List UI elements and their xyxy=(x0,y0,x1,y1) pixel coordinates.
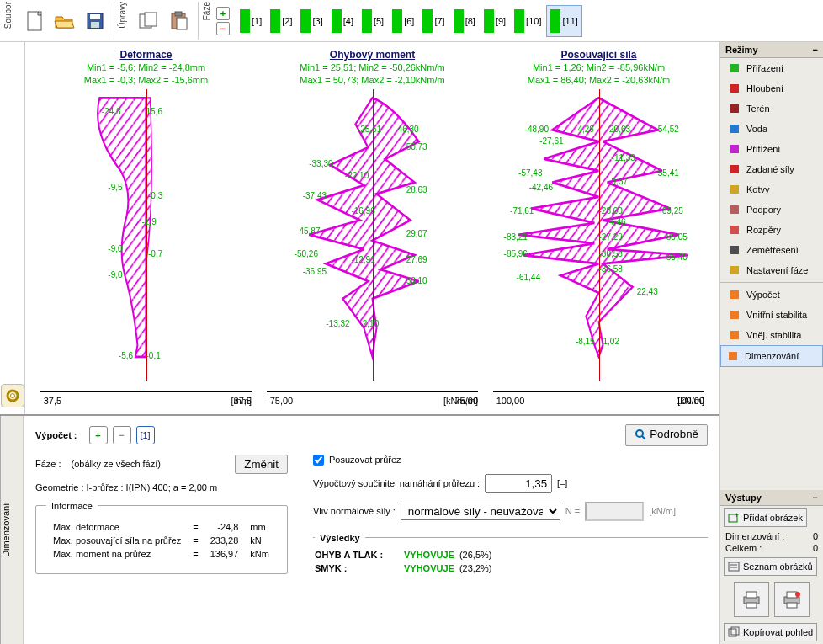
faze-label: Fáze : xyxy=(35,459,61,469)
view-settings-button[interactable] xyxy=(1,384,24,407)
chart-annotation: -30,58 xyxy=(599,249,623,258)
change-phase-button[interactable]: Změnit xyxy=(235,455,288,474)
svg-rect-35 xyxy=(746,603,757,608)
mode-item-zadanesily[interactable]: Zadané síly xyxy=(720,159,823,179)
assess-checkbox-input[interactable] xyxy=(313,455,324,466)
phase-tab-1[interactable]: [1] xyxy=(236,6,265,36)
mode-item-kotvy[interactable]: Kotvy xyxy=(720,179,823,200)
chart-annotation: -85,96 xyxy=(504,249,528,258)
calc-remove-button[interactable]: − xyxy=(113,426,131,444)
save-file-button[interactable] xyxy=(82,6,109,36)
chart-annotation: 55,41 xyxy=(658,168,679,178)
toolbar-section-phase: Fáze xyxy=(199,0,215,41)
phase-tab-6[interactable]: [6] xyxy=(389,6,417,36)
top-toolbar: Soubor Úpravy Fáze + − [1][2][3][4][5][6… xyxy=(0,0,823,42)
vnitrni-icon xyxy=(728,308,741,322)
mode-item-dimenzovani[interactable]: Dimenzování xyxy=(720,345,823,367)
panel-tab-dimenzovani[interactable]: Dimenzování xyxy=(0,416,19,644)
phase-add-button[interactable]: + xyxy=(216,7,230,20)
image-list-button[interactable]: Seznam obrázků xyxy=(724,557,817,576)
svg-point-11 xyxy=(636,430,643,437)
mode-item-vnitrni[interactable]: Vnitřní stabilita xyxy=(720,305,823,325)
chart-annotation: -37,43 xyxy=(303,191,327,200)
print-button[interactable] xyxy=(734,582,769,617)
mode-item-rozpery[interactable]: Rozpěry xyxy=(720,220,823,240)
phase-tab-2[interactable]: [2] xyxy=(267,6,295,36)
mode-item-zemetreseni[interactable]: Zemětřesení xyxy=(720,240,823,260)
modes-list2: VýpočetVnitřní stabilitaVněj. stabilitaD… xyxy=(720,285,823,367)
mode-item-pritizeni[interactable]: Přitížení xyxy=(720,139,823,159)
svg-rect-23 xyxy=(730,266,739,274)
phase-tab-5[interactable]: [5] xyxy=(358,6,387,36)
mode-item-teren[interactable]: Terén xyxy=(720,98,823,119)
mode-item-prirazeni[interactable]: Přiřazení xyxy=(720,58,823,78)
copy-view-button[interactable]: Kopírovat pohled xyxy=(724,623,817,641)
plot-moment-title: Ohybový moment xyxy=(267,49,478,61)
svg-point-9 xyxy=(8,391,18,401)
detail-button[interactable]: Podrobně xyxy=(625,424,708,446)
open-file-button[interactable] xyxy=(51,6,78,36)
chart-annotation: 46,30 xyxy=(398,125,419,134)
normal-label: Vliv normálové síly : xyxy=(313,506,396,516)
mode-item-vypocet[interactable]: Výpočet xyxy=(720,285,823,305)
mode-item-vnejsi[interactable]: Vněj. stabilita xyxy=(720,325,823,345)
nastaveni-icon xyxy=(728,263,741,277)
svg-rect-38 xyxy=(787,603,797,608)
phase-tab-9[interactable]: [9] xyxy=(481,6,509,36)
svg-rect-34 xyxy=(746,592,757,598)
chart-annotation: -28,00 xyxy=(599,206,623,216)
svg-rect-15 xyxy=(730,104,739,113)
chart-annotation: -27,61 xyxy=(539,136,563,146)
assess-checkbox[interactable]: Posuzovat průřez xyxy=(313,455,708,466)
chart-annotation: -48,90 xyxy=(525,125,549,134)
chart-annotation: 9,37 xyxy=(612,177,628,186)
mode-item-nastaveni[interactable]: Nastavení fáze xyxy=(720,260,823,280)
toolbar-section-file: Soubor xyxy=(0,0,16,41)
mode-item-hloubeni[interactable]: Hloubení xyxy=(720,78,823,98)
calc-add-button[interactable]: + xyxy=(89,426,108,444)
res1-name: OHYB A TLAK : xyxy=(315,550,399,560)
chart-annotation: -27,29 xyxy=(599,232,623,242)
modes-collapse-button[interactable]: − xyxy=(813,45,818,55)
res2-name: SMYK : xyxy=(315,563,399,573)
outputs-collapse-button[interactable]: − xyxy=(813,492,818,503)
phase-tab-4[interactable]: [4] xyxy=(328,6,357,36)
plot-shear: Posouvající síla Min1 = 1,26; Min2 = -85… xyxy=(493,49,704,411)
modes-panel-header: Režimy − xyxy=(720,42,823,58)
svg-rect-0 xyxy=(28,12,41,30)
phase-tab-8[interactable]: [8] xyxy=(450,6,479,36)
sidebar: Režimy − PřiřazeníHloubeníTerénVodaPřití… xyxy=(720,42,823,644)
phase-strip: [1][2][3][4][5][6][7][8][9][10][11] xyxy=(231,0,823,41)
moment-unit: [kNm/m] xyxy=(443,396,478,406)
plot-moment: Ohybový moment Min1 = 25,51; Min2 = -50,… xyxy=(267,49,478,411)
calc-current-button[interactable]: [1] xyxy=(136,426,155,444)
svg-rect-2 xyxy=(90,14,100,19)
toolbar-section-edit: Úpravy xyxy=(114,0,130,41)
phase-tab-11[interactable]: [11] xyxy=(546,5,581,37)
chart-annotation: -5,6 xyxy=(119,351,133,360)
add-image-button[interactable]: + Přidat obrázek xyxy=(724,508,807,527)
coef-input[interactable] xyxy=(485,474,552,493)
chart-annotation: -11,33 xyxy=(612,153,635,162)
copy-button[interactable] xyxy=(135,6,162,36)
paste-button[interactable] xyxy=(166,6,193,36)
svg-rect-27 xyxy=(729,352,737,360)
phase-tab-10[interactable]: [10] xyxy=(511,6,544,36)
phase-tab-7[interactable]: [7] xyxy=(419,6,448,36)
pritizeni-icon xyxy=(728,142,741,156)
chart-annotation: -25,51 xyxy=(358,125,381,134)
svg-rect-22 xyxy=(730,246,739,254)
chart-annotation: -24,8 xyxy=(102,107,121,116)
rozpery-icon xyxy=(728,223,741,237)
mode-item-voda[interactable]: Voda xyxy=(720,119,823,139)
svg-rect-1 xyxy=(88,13,103,29)
svg-line-12 xyxy=(642,436,645,439)
shear-xmin: -100,00 xyxy=(493,396,524,406)
normal-select[interactable]: normálové síly - neuvažovat xyxy=(401,503,560,520)
print-color-button[interactable] xyxy=(774,582,810,617)
teren-icon xyxy=(728,102,741,115)
mode-item-podpory[interactable]: Podpory xyxy=(720,200,823,220)
new-file-button[interactable] xyxy=(21,6,48,36)
phase-tab-3[interactable]: [3] xyxy=(297,6,326,36)
phase-remove-button[interactable]: − xyxy=(216,22,230,35)
